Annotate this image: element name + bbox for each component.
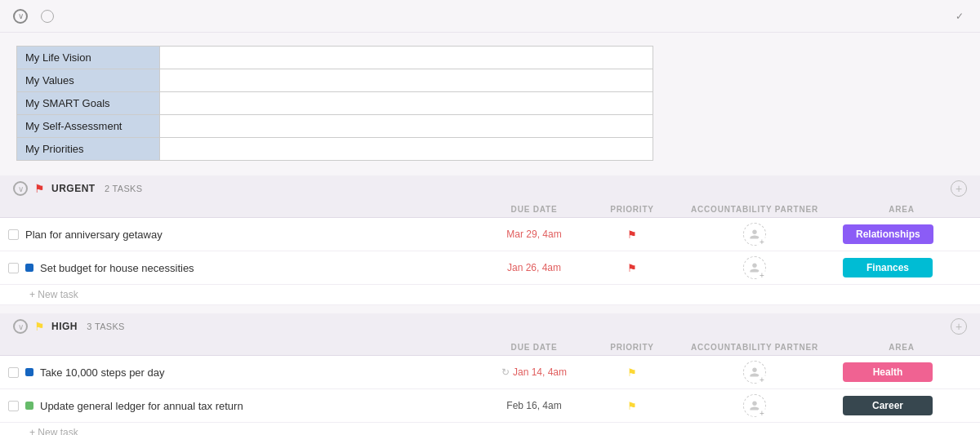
accountability-cell[interactable]: + (673, 394, 836, 417)
high-count: 3 TASKS (84, 322, 125, 331)
life-plan-table: My Life Vision My Values My SMART Goals … (16, 46, 653, 161)
due-date: Jan 14, 4am (513, 366, 567, 378)
task-checkbox[interactable] (8, 229, 19, 240)
task-color-dot (25, 402, 33, 410)
life-plan-label: My Priorities (17, 138, 160, 161)
task-row[interactable]: Update general ledger for annual tax ret… (0, 389, 980, 423)
due-date: Jan 26, 4am (507, 262, 561, 273)
accountability-cell[interactable]: + (673, 256, 836, 279)
avatar[interactable]: + (743, 361, 766, 384)
avatar[interactable]: + (743, 394, 766, 417)
priority-flag-icon: ⚑ (627, 400, 637, 412)
life-plan-label: My Life Vision (17, 47, 160, 69)
hide-closed-button[interactable]: ✓ (956, 11, 967, 22)
life-plan-label: My Self-Assessment (17, 115, 160, 138)
section-high: ∨ ⚑ HIGH 3 TASKS + DUE DATEPRIORITYACCOU… (0, 313, 980, 435)
due-date-cell: Mar 29, 4am (477, 229, 591, 240)
high-new-task[interactable]: + New task (0, 423, 980, 435)
due-date: Mar 29, 4am (506, 229, 561, 240)
due-date-cell: Feb 16, 4am (477, 400, 591, 411)
col-header: PRIORITY (591, 343, 673, 352)
urgent-flag-icon: ⚑ (34, 182, 45, 195)
section-urgent: ∨ ⚑ URGENT 2 TASKS + DUE DATEPRIORITYACC… (0, 175, 980, 305)
task-name-cell: Take 10,000 steps per day (8, 366, 477, 379)
header-left: ∨ (13, 9, 60, 24)
area-badge: Relationships (843, 224, 933, 244)
life-plan-row[interactable]: My Values (17, 69, 653, 92)
info-icon[interactable] (41, 10, 54, 23)
priority-flag-icon: ⚑ (627, 229, 637, 241)
urgent-col-headers: DUE DATEPRIORITYACCOUNTABILITY PARTNERAR… (0, 202, 980, 218)
avatar[interactable]: + (743, 256, 766, 279)
task-row[interactable]: Set budget for house necessities Jan 26,… (0, 251, 980, 285)
task-row[interactable]: Take 10,000 steps per day ↻ Jan 14, 4am … (0, 356, 980, 389)
task-name-cell: Plan for anniversary getaway (8, 229, 477, 241)
task-checkbox[interactable] (8, 263, 19, 273)
priority-flag-icon: ⚑ (627, 262, 637, 274)
life-plan-label: My Values (17, 69, 160, 92)
avatar-plus-icon: + (757, 237, 767, 246)
task-checkbox[interactable] (8, 401, 19, 411)
life-plan-value[interactable] (160, 47, 653, 69)
high-col-headers: DUE DATEPRIORITYACCOUNTABILITY PARTNERAR… (0, 340, 980, 356)
task-checkbox[interactable] (8, 367, 19, 378)
life-plan-section: My Life Vision My Values My SMART Goals … (0, 33, 980, 167)
check-icon: ✓ (956, 11, 964, 22)
life-plan-row[interactable]: My Self-Assessment (17, 115, 653, 138)
due-date: Feb 16, 4am (506, 400, 561, 411)
task-name: Update general ledger for annual tax ret… (40, 400, 243, 412)
urgent-count: 2 TASKS (102, 184, 143, 193)
priority-cell: ⚑ (591, 262, 673, 274)
area-cell: Finances (836, 258, 967, 277)
priority-sections: ∨ ⚑ URGENT 2 TASKS + DUE DATEPRIORITYACC… (0, 175, 980, 435)
col-header: AREA (836, 343, 967, 352)
life-plan-value[interactable] (160, 69, 653, 92)
col-header: DUE DATE (477, 343, 591, 352)
due-date-cell: ↻ Jan 14, 4am (477, 366, 591, 378)
high-header: ∨ ⚑ HIGH 3 TASKS + (0, 313, 980, 340)
life-plan-value[interactable] (160, 92, 653, 115)
life-plan-value[interactable] (160, 138, 653, 161)
life-plan-row[interactable]: My Life Vision (17, 47, 653, 69)
collapse-icon[interactable]: ∨ (13, 9, 28, 24)
high-name: HIGH (51, 321, 78, 332)
life-plan-row[interactable]: My Priorities (17, 138, 653, 161)
priority-flag-icon: ⚑ (627, 366, 637, 379)
task-color-dot (25, 264, 33, 272)
area-badge: Career (843, 396, 933, 415)
high-flag-icon: ⚑ (34, 320, 45, 333)
task-name-cell: Set budget for house necessities (8, 262, 477, 274)
urgent-collapse[interactable]: ∨ (13, 181, 28, 196)
task-color-dot (25, 368, 33, 376)
life-plan-value[interactable] (160, 115, 653, 138)
area-cell: Health (836, 362, 967, 382)
col-header: AREA (836, 205, 967, 214)
high-add-button[interactable]: + (951, 318, 967, 335)
priority-cell: ⚑ (591, 400, 673, 412)
urgent-header: ∨ ⚑ URGENT 2 TASKS + (0, 175, 980, 202)
avatar-plus-icon: + (757, 375, 767, 384)
avatar-plus-icon: + (757, 408, 767, 418)
area-cell: Career (836, 396, 967, 415)
urgent-new-task[interactable]: + New task (0, 285, 980, 305)
life-plan-row[interactable]: My SMART Goals (17, 92, 653, 115)
avatar[interactable]: + (743, 223, 766, 246)
col-header: ACCOUNTABILITY PARTNER (673, 343, 836, 352)
area-badge: Finances (843, 258, 933, 277)
urgent-name: URGENT (51, 183, 96, 194)
col-header: ACCOUNTABILITY PARTNER (673, 205, 836, 214)
header: ∨ ✓ (0, 0, 980, 33)
avatar-plus-icon: + (757, 270, 767, 280)
task-name: Take 10,000 steps per day (40, 366, 165, 379)
priority-cell: ⚑ (591, 366, 673, 379)
urgent-add-button[interactable]: + (951, 180, 967, 197)
area-cell: Relationships (836, 224, 967, 244)
due-date-cell: Jan 26, 4am (477, 262, 591, 273)
col-task (29, 205, 477, 214)
high-collapse[interactable]: ∨ (13, 319, 28, 334)
accountability-cell[interactable]: + (673, 361, 836, 384)
col-header: PRIORITY (591, 205, 673, 214)
accountability-cell[interactable]: + (673, 223, 836, 246)
task-row[interactable]: Plan for anniversary getaway Mar 29, 4am… (0, 218, 980, 251)
task-name: Set budget for house necessities (40, 262, 194, 274)
